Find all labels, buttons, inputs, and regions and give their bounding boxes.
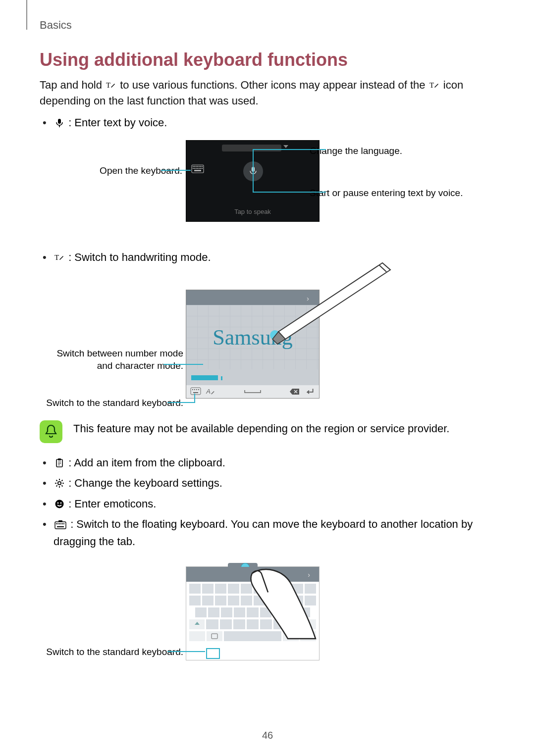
clipboard-icon — [54, 455, 64, 465]
bullet-voice: : Enter text by voice. — [40, 114, 485, 131]
svg-rect-11 — [202, 166, 203, 167]
callout-change-language: Change the language. — [310, 145, 468, 157]
bullet-settings: : Change the keyboard settings. — [40, 474, 485, 492]
svg-rect-2 — [58, 119, 61, 124]
handwriting-t-pen-icon: T — [429, 79, 439, 89]
bullet-emoticons-text: : Enter emoticons. — [68, 498, 156, 510]
note-text: This feature may not be available depend… — [73, 420, 449, 437]
svg-rect-60 — [212, 634, 217, 639]
handwriting-sample-text: Samsung — [213, 325, 292, 350]
svg-text:A: A — [206, 388, 211, 396]
handwriting-area: Samsung — [186, 305, 319, 369]
breadcrumb: Basics — [40, 19, 72, 32]
svg-rect-12 — [193, 168, 194, 169]
chevron-right-icon: › — [307, 294, 309, 302]
svg-rect-17 — [200, 168, 201, 169]
svg-line-47 — [61, 480, 62, 481]
callout-line — [161, 170, 191, 171]
callout-standard-keyboard-2: Switch to the standard keyboard. — [40, 646, 183, 658]
callout-line — [253, 149, 254, 193]
svg-rect-53 — [56, 523, 57, 524]
callout-open-keyboard: Open the keyboard. — [58, 165, 182, 177]
note-bell-icon — [40, 420, 62, 443]
bullet-emoticons: : Enter emoticons. — [40, 495, 485, 512]
callout-number-char-mode: Switch between number mode and character… — [40, 348, 183, 372]
svg-rect-58 — [63, 523, 64, 524]
callout-start-pause-voice: Start or pause entering text by voice. — [310, 187, 473, 200]
floating-topbar: › — [186, 567, 319, 582]
svg-rect-59 — [57, 526, 64, 527]
callout-line — [253, 149, 326, 150]
svg-rect-26 — [196, 389, 197, 390]
svg-point-39 — [58, 482, 61, 485]
bullet-list-2: T : Switch to handwriting mode. — [40, 249, 485, 266]
chevron-right-icon: › — [308, 571, 310, 579]
floating-keys — [189, 584, 316, 643]
backspace-icon — [289, 387, 300, 396]
handwriting-topbar: › — [186, 290, 319, 305]
svg-rect-28 — [193, 392, 198, 393]
page-content: Using additional keyboard functions Tap … — [40, 50, 485, 680]
svg-rect-24 — [192, 389, 193, 390]
svg-rect-13 — [194, 168, 195, 169]
svg-point-49 — [57, 502, 59, 504]
callout-line — [163, 364, 203, 365]
svg-rect-16 — [199, 168, 200, 169]
bullet-handwriting: T : Switch to handwriting mode. — [40, 249, 485, 266]
handwriting-caret-row — [191, 374, 314, 380]
callout-line — [167, 402, 195, 403]
svg-rect-56 — [60, 523, 61, 524]
svg-rect-52 — [58, 520, 62, 522]
note-row: This feature may not be available depend… — [40, 420, 485, 443]
intro-part1: Tap and hold — [40, 79, 105, 91]
microphone-icon — [54, 115, 64, 125]
emoticon-icon — [54, 497, 64, 506]
svg-text:T: T — [429, 81, 434, 89]
svg-rect-23 — [191, 388, 201, 395]
figure-floating-keyboard: › Switch to the standard keyboard. — [40, 559, 485, 668]
section-title: Using additional keyboard functions — [40, 50, 485, 70]
bullet-clipboard: : Add an item from the clipboard. — [40, 454, 485, 471]
page-number: 46 — [0, 730, 535, 741]
svg-rect-7 — [196, 166, 197, 167]
bullet-voice-text: : Enter text by voice. — [68, 116, 167, 129]
svg-rect-27 — [198, 389, 199, 390]
svg-line-45 — [61, 486, 62, 487]
svg-point-50 — [60, 502, 62, 504]
svg-rect-19 — [194, 170, 201, 171]
bullet-floating-text: : Switch to the floating keyboard. You c… — [54, 518, 473, 548]
voice-tap-to-speak: Tap to speak — [186, 208, 319, 215]
gear-icon — [54, 476, 64, 486]
mode-switch-icon: A — [205, 387, 216, 396]
callout-standard-keyboard: Switch to the standard keyboard. — [40, 397, 183, 409]
intro-part2: to use various functions. Other icons ma… — [120, 79, 428, 91]
highlight-standard-keyboard-button — [206, 648, 220, 659]
svg-rect-8 — [197, 166, 198, 167]
svg-rect-57 — [62, 523, 63, 524]
bullet-settings-text: : Change the keyboard settings. — [68, 477, 222, 489]
svg-rect-9 — [199, 166, 200, 167]
svg-text:T: T — [106, 81, 110, 89]
enter-icon — [304, 387, 315, 396]
svg-rect-15 — [197, 168, 198, 169]
svg-line-46 — [56, 486, 57, 487]
svg-line-44 — [56, 480, 57, 481]
svg-point-48 — [55, 500, 64, 508]
floating-keyboard-icon — [54, 517, 66, 527]
svg-rect-10 — [200, 166, 201, 167]
svg-rect-35 — [58, 458, 61, 460]
handwriting-bottom-bar: A — [186, 385, 319, 398]
floating-keyboard-panel: › — [186, 566, 320, 660]
space-icon — [243, 387, 263, 396]
svg-rect-5 — [193, 166, 194, 167]
bullet-handwriting-text: : Switch to handwriting mode. — [68, 251, 211, 263]
bullet-floating: : Switch to the floating keyboard. You c… — [40, 515, 485, 550]
bullet-clipboard-text: : Add an item from the clipboard. — [68, 456, 225, 469]
handwriting-t-pen-icon: T — [106, 79, 116, 89]
svg-rect-18 — [202, 168, 203, 169]
bullet-list-3: : Add an item from the clipboard. : Chan… — [40, 454, 485, 550]
svg-rect-14 — [196, 168, 197, 169]
intro-paragraph: Tap and hold T to use various functions.… — [40, 77, 485, 109]
handwriting-t-pen-icon: T — [54, 250, 64, 260]
voice-language-arrow-icon — [283, 145, 288, 148]
